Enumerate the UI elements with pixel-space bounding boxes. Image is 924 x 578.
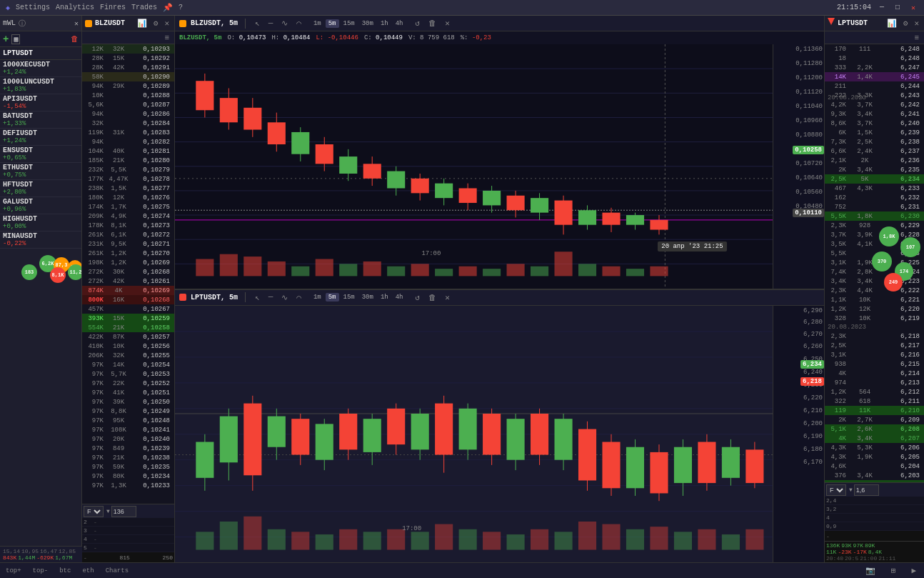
svg-rect-93: [291, 419, 309, 454]
ticker-1000xecusdt[interactable]: 1000XECUSDT +1,24%: [0, 60, 81, 77]
screenshot-icon[interactable]: 📷: [863, 565, 878, 576]
blz-color-dot: [85, 20, 92, 27]
ticker-defiusdt[interactable]: DEFIUSDT +1,24%: [0, 129, 81, 146]
lpt-chart-icon[interactable]: 📊: [885, 18, 899, 29]
line-tool[interactable]: ─: [266, 19, 276, 29]
lpt-tf-1h[interactable]: 1h: [378, 293, 391, 302]
svg-rect-50: [626, 215, 644, 225]
lpt-line-tool[interactable]: ─: [266, 292, 276, 302]
ticker-ethusdt[interactable]: ETHUSDT +0,75%: [0, 163, 81, 180]
tf-30m[interactable]: 30m: [359, 19, 376, 28]
delete-btn[interactable]: 🗑: [71, 34, 79, 44]
lpt-cursor-tool[interactable]: ↖: [253, 292, 262, 303]
svg-rect-153: [698, 529, 715, 549]
svg-rect-55: [243, 256, 261, 276]
svg-rect-149: [602, 524, 620, 549]
bottom-eth[interactable]: eth: [82, 567, 94, 574]
blz-close-icon[interactable]: ✕: [162, 18, 171, 29]
lpt-tf-5m[interactable]: 5m: [326, 293, 339, 302]
cursor-tool[interactable]: ↖: [253, 18, 262, 29]
bottom-top-plus[interactable]: top+: [6, 567, 21, 574]
expand-icon[interactable]: ⊞: [889, 565, 898, 576]
close-btn[interactable]: ✕: [908, 4, 918, 12]
lpt-settings-icon[interactable]: ⚙: [901, 18, 910, 29]
lpt-tf-15m[interactable]: 15m: [341, 293, 358, 302]
tf-5m[interactable]: 5m: [326, 19, 339, 28]
svg-rect-132: [196, 532, 214, 549]
blz-price-line-val: 0,10258: [793, 146, 824, 154]
minimize-btn[interactable]: ─: [877, 4, 887, 11]
ticker-ensusdt[interactable]: ENSUSDT +0,65%: [0, 146, 81, 163]
ticker-galusdt[interactable]: GALUSDT +0,96%: [0, 197, 81, 214]
svg-rect-144: [483, 532, 501, 549]
bottom-charts[interactable]: Charts: [106, 567, 129, 574]
chart-view-btn[interactable]: ▦: [11, 34, 20, 44]
bottom-btc[interactable]: btc: [59, 567, 71, 574]
ticker-highusdt[interactable]: HIGHUSDT +0,00%: [0, 214, 81, 231]
help-icon[interactable]: ?: [179, 4, 183, 11]
tf-1m[interactable]: 1m: [311, 19, 324, 28]
menu-finres[interactable]: Finres: [100, 4, 126, 11]
maximize-btn[interactable]: □: [893, 4, 903, 11]
lpt-filter-select[interactable]: F: [826, 484, 846, 496]
blz-list-icon[interactable]: ≡: [162, 33, 171, 43]
svg-rect-147: [554, 532, 572, 549]
app-icon: ◈: [6, 4, 10, 12]
ticker-api3usdt[interactable]: API3USDT -1,54%: [0, 94, 81, 111]
blz-candlestick-svg: [175, 44, 773, 289]
ticker-hftusdt[interactable]: HFTUSDT +2,80%: [0, 180, 81, 197]
svg-rect-109: [483, 413, 501, 454]
menu-analytics[interactable]: Analytics: [56, 4, 94, 11]
svg-rect-14: [196, 81, 214, 110]
svg-rect-44: [554, 201, 572, 225]
path-tool[interactable]: ⌒: [294, 18, 303, 29]
menu-settings[interactable]: Settings: [16, 4, 50, 11]
svg-rect-18: [243, 108, 261, 130]
svg-rect-70: [602, 266, 620, 276]
svg-rect-61: [387, 266, 405, 276]
lpt-curve-tool[interactable]: ∿: [279, 292, 290, 303]
sidebar-close[interactable]: ✕: [74, 19, 79, 28]
lpt-bubble-370: 370: [872, 251, 892, 271]
blz-price-axis: 0,11360 0,11280 0,11200 0,11120 0,11040 …: [773, 44, 824, 289]
svg-rect-127: [698, 442, 715, 483]
tf-4h[interactable]: 4h: [393, 19, 406, 28]
refresh-btn[interactable]: ↺: [413, 18, 423, 29]
lpt-list-icon[interactable]: ≡: [912, 33, 921, 43]
blz-filter-select[interactable]: F: [84, 506, 104, 517]
svg-rect-119: [602, 442, 620, 488]
lpt-refresh-btn[interactable]: ↺: [413, 292, 423, 303]
lpt-panel-close[interactable]: ✕: [912, 18, 921, 29]
lpt-tf-4h[interactable]: 4h: [393, 293, 406, 302]
lpt-trash-btn[interactable]: 🗑: [426, 292, 438, 303]
sidebar-toggle-icon[interactable]: ▶: [909, 565, 918, 576]
lpt-price-tag2: 6,218: [800, 377, 824, 386]
svg-rect-57: [291, 266, 309, 276]
blz-settings-icon[interactable]: ⚙: [151, 18, 161, 29]
blz-tooltip: 20 апр '23 21:25: [658, 241, 726, 251]
ticker-1000luncusdt[interactable]: 1000LUNCUSDT +1,83%: [0, 77, 81, 94]
curve-tool[interactable]: ∿: [279, 18, 290, 29]
lpt-tf-30m[interactable]: 30m: [359, 293, 376, 302]
svg-rect-125: [674, 447, 692, 482]
lpt-num-input[interactable]: [854, 484, 879, 496]
blz-chart-close[interactable]: ✕: [443, 18, 452, 29]
blz-num-input[interactable]: [111, 506, 136, 517]
lpt-tf-1m[interactable]: 1m: [311, 293, 324, 302]
svg-rect-145: [507, 534, 525, 549]
menu-trades[interactable]: Trades: [131, 4, 157, 11]
tf-1h[interactable]: 1h: [378, 19, 391, 28]
ticker-batusdt[interactable]: BATUSDT +1,33%: [0, 111, 81, 129]
bottom-top-minus[interactable]: top-: [33, 567, 49, 574]
svg-rect-103: [411, 413, 429, 449]
blz-chart-icon[interactable]: 📊: [135, 18, 149, 29]
tf-15m[interactable]: 15m: [341, 19, 358, 28]
svg-rect-71: [626, 269, 644, 276]
lpt-ob-rows: 20.08.2023 1701116,248 186,248 3332,2K6,…: [825, 44, 924, 482]
trash-btn[interactable]: 🗑: [426, 18, 438, 29]
add-icon[interactable]: +: [3, 34, 9, 45]
svg-rect-135: [268, 529, 286, 549]
ticker-minausdt[interactable]: MINAUSDT -0,22%: [0, 231, 81, 249]
lpt-path-tool[interactable]: ⌒: [294, 292, 303, 303]
lpt-chart-close[interactable]: ✕: [443, 292, 452, 303]
